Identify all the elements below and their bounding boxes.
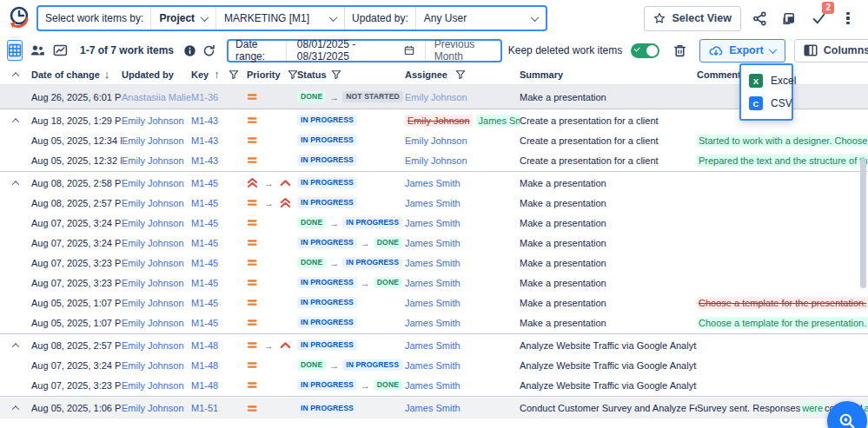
work-item-key-link[interactable]: M1-36 bbox=[191, 92, 218, 102]
scrollbar-thumb[interactable] bbox=[860, 158, 866, 288]
people-view-button[interactable] bbox=[29, 40, 46, 61]
collapse-group-icon[interactable] bbox=[12, 343, 19, 348]
assignee-link[interactable]: James Smith bbox=[405, 198, 461, 208]
updated-by-link[interactable]: Emily Johnson bbox=[122, 298, 184, 308]
priority-high-icon bbox=[280, 339, 291, 351]
priority-cell bbox=[247, 403, 297, 414]
updated-by-link[interactable]: Emily Johnson bbox=[122, 380, 184, 391]
summary-text: Analyze Website Traffic via Google Analy… bbox=[520, 360, 697, 371]
work-item-key-link[interactable]: M1-45 bbox=[191, 298, 218, 308]
summary-text: Make a presentation bbox=[520, 238, 697, 248]
select-by-dropdown[interactable]: Project bbox=[150, 7, 215, 30]
export-cloud-icon bbox=[709, 44, 723, 56]
assignee-link[interactable]: Emily Johnson bbox=[405, 155, 467, 166]
assignee-link[interactable]: James Smith bbox=[405, 380, 461, 391]
assignee-link[interactable]: James Smith bbox=[405, 360, 461, 371]
keep-deleted-toggle[interactable] bbox=[631, 43, 659, 58]
work-item-key-link[interactable]: M1-45 bbox=[191, 318, 218, 328]
date-range-input[interactable]: 08/01/2025 - 08/31/2025 bbox=[286, 41, 426, 61]
updated-by-link[interactable]: Emily Johnson bbox=[122, 340, 184, 351]
work-item-key-link[interactable]: M1-45 bbox=[191, 278, 218, 288]
delete-button[interactable] bbox=[668, 39, 691, 62]
updated-by-dropdown[interactable]: Any User bbox=[415, 7, 546, 30]
assignee-link[interactable]: James Smith bbox=[405, 318, 461, 328]
filter-icon[interactable] bbox=[229, 69, 239, 80]
share-button[interactable] bbox=[748, 7, 771, 30]
info-button[interactable] bbox=[183, 42, 196, 59]
comment-text: Survey sent. Responses bbox=[697, 403, 800, 413]
table-view-button[interactable] bbox=[7, 40, 23, 61]
updated-by-link[interactable]: Emily Johnson bbox=[122, 238, 184, 248]
filter-icon[interactable] bbox=[455, 69, 466, 80]
assignee-link[interactable]: James Smith bbox=[405, 278, 461, 288]
status-badge: DONE bbox=[297, 257, 326, 269]
chart-view-button[interactable] bbox=[52, 40, 69, 61]
work-item-key-link[interactable]: M1-45 bbox=[191, 258, 218, 268]
assignee-link[interactable]: James Smith bbox=[405, 218, 461, 228]
assignee-link[interactable]: Emily Johnson bbox=[405, 135, 467, 146]
export-button[interactable]: Export bbox=[699, 39, 785, 63]
work-item-key-link[interactable]: M1-43 bbox=[191, 115, 218, 126]
collapse-group-icon[interactable] bbox=[12, 405, 19, 411]
updated-by-link[interactable]: Emily Johnson bbox=[122, 258, 184, 268]
select-view-button[interactable]: Select View bbox=[644, 6, 741, 31]
columns-button[interactable]: Columns bbox=[794, 39, 868, 63]
change-arrow-icon: → bbox=[329, 360, 339, 371]
updated-by-link[interactable]: Emily Johnson bbox=[122, 115, 184, 126]
project-dropdown[interactable]: MARKETING [M1] bbox=[215, 7, 344, 30]
work-item-key-link[interactable]: M1-48 bbox=[191, 380, 218, 391]
updated-by-link[interactable]: Emily Johnson bbox=[122, 155, 184, 166]
priority-medium-icon bbox=[247, 403, 258, 414]
priority-medium-icon bbox=[247, 277, 258, 288]
work-item-key-link[interactable]: M1-45 bbox=[191, 238, 218, 248]
collapse-group-icon[interactable] bbox=[12, 181, 19, 186]
collapse-group-icon[interactable] bbox=[12, 118, 19, 123]
more-options-button[interactable] bbox=[837, 7, 859, 30]
notification-badge: 2 bbox=[822, 2, 834, 14]
updated-by-link[interactable]: Anastasiia Maliei bbox=[122, 92, 191, 102]
updated-by-link[interactable]: Emily Johnson bbox=[122, 178, 184, 188]
sort-asc-icon[interactable]: ↑ bbox=[214, 68, 220, 81]
work-item-key-link[interactable]: M1-45 bbox=[191, 218, 218, 228]
updated-by-link[interactable]: Emily Johnson bbox=[122, 135, 184, 146]
work-item-key-link[interactable]: M1-48 bbox=[191, 340, 218, 351]
previous-month-button[interactable]: Previous Month bbox=[426, 41, 500, 61]
column-priority: Priority bbox=[247, 69, 281, 80]
updated-by-link[interactable]: Emily Johnson bbox=[122, 318, 184, 328]
csv-file-icon: C bbox=[749, 96, 763, 110]
updated-by-link[interactable]: Emily Johnson bbox=[122, 278, 184, 288]
work-item-key-link[interactable]: M1-45 bbox=[191, 178, 218, 188]
assignee-link[interactable]: James Smith bbox=[405, 238, 461, 248]
grid-view-icon bbox=[8, 43, 22, 57]
status-cell: IN PROGRESS bbox=[297, 115, 405, 127]
updated-by-link[interactable]: Emily Johnson bbox=[122, 360, 184, 371]
assignee-link[interactable]: James Smith bbox=[405, 258, 461, 268]
assignee-link[interactable]: James Smith bbox=[405, 298, 461, 308]
export-excel-item[interactable]: X Excel bbox=[741, 69, 792, 92]
assignee-link[interactable]: James Smith bbox=[405, 178, 461, 188]
work-item-key-link[interactable]: M1-51 bbox=[191, 403, 218, 413]
updated-by-link[interactable]: Emily Johnson bbox=[122, 198, 184, 208]
assignee-link[interactable]: James Smith bbox=[405, 403, 461, 413]
summary-text: Make a presentation bbox=[520, 298, 697, 308]
work-item-key-link[interactable]: M1-43 bbox=[191, 135, 218, 146]
export-csv-item[interactable]: C CSV bbox=[741, 92, 792, 115]
assignee-cell: James Smith bbox=[405, 318, 520, 328]
work-item-key-link[interactable]: M1-43 bbox=[191, 155, 218, 166]
assignee-link[interactable]: Emily Johnson bbox=[405, 92, 467, 102]
approvals-button[interactable]: 2 bbox=[807, 7, 830, 30]
assignee-cell: Emily JohnsonJames Smith bbox=[405, 115, 520, 127]
refresh-button[interactable] bbox=[202, 42, 215, 59]
date-of-change: Aug 05, 2025, 1:06 PM bbox=[31, 403, 122, 413]
work-item-key-link[interactable]: M1-48 bbox=[191, 360, 218, 371]
updated-by-link[interactable]: Emily Johnson bbox=[122, 218, 184, 228]
assignee-link[interactable]: James Smith bbox=[405, 340, 461, 351]
work-item-key-link[interactable]: M1-45 bbox=[191, 198, 218, 208]
sort-desc-icon[interactable]: ↓ bbox=[104, 68, 110, 81]
status-badge: IN PROGRESS bbox=[297, 237, 357, 249]
updated-by-link[interactable]: Emily Johnson bbox=[122, 403, 184, 413]
duplicate-window-button[interactable] bbox=[778, 7, 800, 30]
collapse-all-icon[interactable] bbox=[12, 72, 19, 77]
filter-icon[interactable] bbox=[288, 69, 297, 80]
filter-icon[interactable] bbox=[331, 69, 341, 80]
